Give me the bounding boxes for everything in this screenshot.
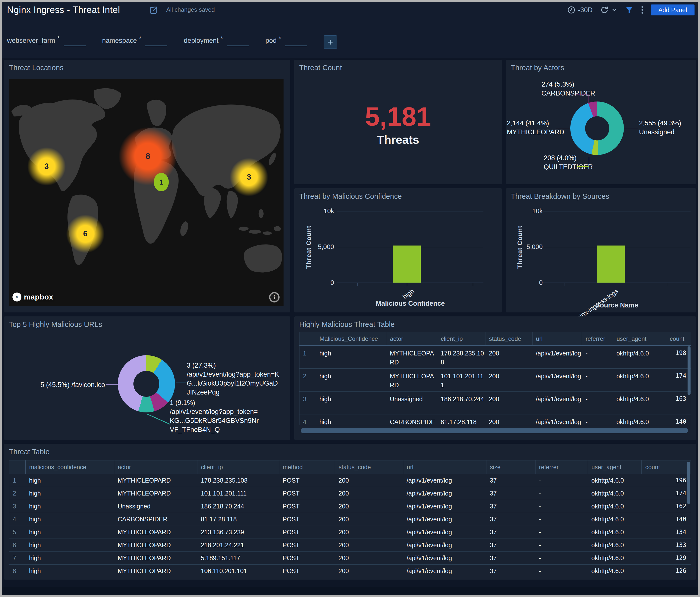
table-cell: 81.17.28.118	[437, 414, 485, 425]
panel-threat-by-malicious-confidence: Threat by Malicious Confidence Threat Co…	[294, 188, 502, 312]
column-header-actor[interactable]: actor	[114, 461, 197, 474]
filter-input-pod[interactable]	[285, 32, 307, 46]
filter-icon[interactable]	[625, 6, 633, 14]
table-cell: CARBONSPIDER	[114, 513, 197, 526]
table-cell: MYTHICLEOPARD	[114, 539, 197, 551]
panel-title: Highly Malicious Threat Table	[299, 320, 395, 329]
column-header-index[interactable]	[9, 461, 26, 474]
page-title: Nginx Ingress - Threat Intel	[7, 2, 120, 18]
mapbox-attribution[interactable]: ✴ mapbox	[12, 292, 53, 302]
header-controls: -30D Add Panel	[567, 2, 695, 18]
highly-malicious-table: Malicious_Confidenceactorclient_ipstatus…	[299, 332, 691, 425]
mapbox-logo-icon: ✴	[12, 292, 21, 302]
map-bubble[interactable]: 8	[118, 126, 178, 186]
chevron-down-icon[interactable]	[611, 7, 618, 13]
y-tick-10k: 10k	[302, 207, 334, 215]
panel-title: Threat Locations	[9, 64, 64, 72]
filter-label: webserver_farm	[7, 32, 55, 45]
vertical-scrollbar[interactable]	[688, 346, 691, 395]
table-cell: 106.110.201.101	[197, 564, 279, 577]
table-cell: 1	[299, 345, 316, 368]
table-cell: MYTHICLEOPARD	[386, 368, 437, 391]
table-cell: POST	[279, 526, 335, 539]
map-info-icon[interactable]: i	[269, 292, 279, 303]
table-row: 3highUnassigned186.218.70.244POST200/api…	[9, 500, 691, 513]
connector-line	[624, 128, 638, 128]
table-cell: high	[26, 487, 114, 500]
table-cell: okhttp/4.6.0	[588, 564, 642, 577]
more-options-icon[interactable]	[641, 6, 644, 14]
panel-threat-count: Threat Count 5,181 Threats	[294, 60, 502, 184]
table-row: 7highMYTHICLEOPARD5.189.151.117POST200/a…	[9, 551, 691, 564]
filter-input-deployment[interactable]	[227, 32, 249, 46]
horizontal-scrollbar[interactable]	[301, 428, 688, 433]
column-header-index[interactable]	[299, 332, 316, 345]
column-header-malicious_confidence[interactable]: malicious_confidence	[26, 461, 114, 474]
dashboard-header: Nginx Ingress - Threat Intel All changes…	[2, 2, 698, 19]
table-cell: okhttp/4.6.0	[613, 391, 666, 414]
gridline	[543, 211, 691, 211]
column-header-status_code[interactable]: status_code	[335, 461, 403, 474]
map-bubble[interactable]: 1	[154, 173, 169, 191]
table-cell: /api/v1/event/log	[403, 551, 486, 564]
filter-item-pod: pod*	[265, 32, 307, 46]
panel-title: Threat by Malicious Confidence	[299, 192, 402, 201]
y-tick-0: 0	[302, 279, 334, 287]
column-header-size[interactable]: size	[486, 461, 535, 474]
add-filter-button[interactable]: +	[324, 35, 337, 49]
filter-input-webserver_farm[interactable]	[64, 32, 85, 46]
table-cell: okhttp/4.6.0	[588, 487, 642, 500]
table-cell: 200	[335, 539, 403, 551]
table-cell: okhttp/4.6.0	[588, 513, 642, 526]
refresh-icon[interactable]	[600, 6, 609, 14]
world-map[interactable]: 38136 ✴ mapbox i	[9, 79, 283, 306]
column-header-actor[interactable]: actor	[386, 332, 437, 345]
table-cell: MYTHICLEOPARD	[386, 345, 437, 368]
map-bubble[interactable]: 3	[229, 157, 269, 197]
table-cell: 200	[485, 391, 532, 414]
donut-label-url-2: 1 (9.1%) /api/v1/event/log?app_token=KG.…	[170, 398, 259, 434]
table-cell: 8	[9, 564, 26, 577]
add-panel-button[interactable]: Add Panel	[651, 4, 695, 16]
panel-title: Threat Table	[9, 448, 50, 456]
refresh-control[interactable]	[600, 6, 618, 14]
table-cell: 200	[335, 474, 403, 487]
table-cell: 81.17.28.118	[197, 513, 279, 526]
column-header-url[interactable]: url	[403, 461, 486, 474]
column-header-Malicious_Confidence[interactable]: Malicious_Confidence	[316, 332, 386, 345]
donut-label-unassigned: 2,555 (49.3%) Unassigned	[639, 119, 681, 137]
column-header-referrer[interactable]: referrer	[535, 461, 588, 474]
table-cell: 126	[642, 564, 691, 577]
time-range-control[interactable]: -30D	[567, 6, 593, 14]
table-cell: 200	[485, 345, 532, 368]
threat-count-label: Threats	[294, 133, 502, 147]
table-cell: 174	[666, 368, 691, 391]
table-cell: 200	[335, 487, 403, 500]
vertical-scrollbar[interactable]	[687, 462, 690, 504]
connector-line	[106, 384, 118, 385]
filter-input-namespace[interactable]	[145, 32, 167, 46]
column-header-url[interactable]: url	[532, 332, 582, 345]
column-header-count[interactable]: count	[666, 332, 691, 345]
column-header-client_ip[interactable]: client_ip	[197, 461, 279, 474]
column-header-method[interactable]: method	[279, 461, 335, 474]
column-header-status_code[interactable]: status_code	[485, 332, 532, 345]
column-header-count[interactable]: count	[642, 461, 691, 474]
column-header-client_ip[interactable]: client_ip	[437, 332, 485, 345]
table-cell: POST	[279, 487, 335, 500]
table-cell: high	[26, 500, 114, 513]
map-bubble[interactable]: 3	[27, 147, 67, 186]
map-bubble[interactable]: 6	[66, 214, 105, 254]
table-cell: 5	[9, 526, 26, 539]
table-cell: 4	[299, 414, 316, 425]
panel-title: Top 5 Highly Malicious URLs	[9, 320, 102, 329]
column-header-user_agent[interactable]: user_agent	[588, 461, 642, 474]
axis-tick	[565, 283, 565, 286]
column-header-referrer[interactable]: referrer	[582, 332, 613, 345]
share-icon[interactable]	[149, 5, 158, 15]
table-cell: /api/v1/event/log	[532, 345, 582, 368]
column-header-user_agent[interactable]: user_agent	[613, 332, 666, 345]
x-axis-line	[543, 283, 691, 283]
table-cell: high	[26, 564, 114, 577]
table-row: 4highCARBONSPIDER81.17.28.118POST200/api…	[9, 513, 691, 526]
